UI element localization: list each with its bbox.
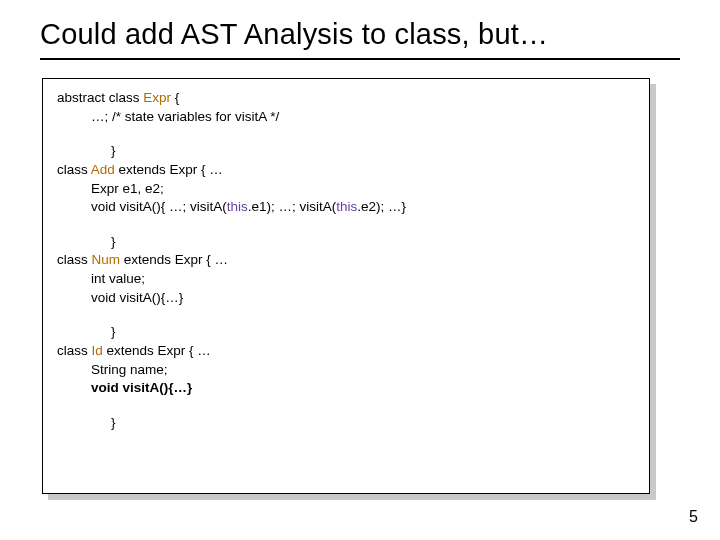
code-line: …; /* state variables for visitA */: [57, 108, 635, 127]
slide-title: Could add AST Analysis to class, but…: [40, 18, 548, 51]
code-line: }: [57, 142, 635, 161]
text: abstract class: [57, 90, 143, 105]
code-line: }: [57, 233, 635, 252]
blank-line: [57, 398, 635, 414]
code-box: abstract class Expr { …; /* state variab…: [42, 78, 650, 494]
code-line: void visitA(){…}: [57, 379, 635, 398]
text: class: [57, 252, 92, 267]
text: .e2); …}: [357, 199, 406, 214]
code-line: class Add extends Expr { …: [57, 161, 635, 180]
text: extends Expr { …: [103, 343, 211, 358]
text: {: [171, 90, 179, 105]
code-line: void visitA(){ …; visitA(this.e1); …; vi…: [57, 198, 635, 217]
code-line: class Id extends Expr { …: [57, 342, 635, 361]
title-underline: [40, 58, 680, 60]
text: extends Expr { …: [120, 252, 228, 267]
code-line: String name;: [57, 361, 635, 380]
code-line: }: [57, 323, 635, 342]
text: class: [57, 343, 92, 358]
code-line: class Num extends Expr { …: [57, 251, 635, 270]
code-line: void visitA(){…}: [57, 289, 635, 308]
code-line: }: [57, 414, 635, 433]
keyword-this: this: [227, 199, 248, 214]
type-name: Id: [92, 343, 103, 358]
code-line: abstract class Expr {: [57, 89, 635, 108]
text: extends Expr { …: [115, 162, 223, 177]
text: void visitA(){ …; visitA(: [91, 199, 227, 214]
keyword-this: this: [336, 199, 357, 214]
type-name: Expr: [143, 90, 171, 105]
type-name: Add: [91, 162, 115, 177]
page-number: 5: [689, 508, 698, 526]
text: .e1); …; visitA(: [248, 199, 337, 214]
blank-line: [57, 217, 635, 233]
blank-line: [57, 126, 635, 142]
type-name: Num: [92, 252, 121, 267]
text: class: [57, 162, 91, 177]
slide: Could add AST Analysis to class, but… ab…: [0, 0, 720, 540]
code-line: int value;: [57, 270, 635, 289]
code-line: Expr e1, e2;: [57, 180, 635, 199]
blank-line: [57, 307, 635, 323]
